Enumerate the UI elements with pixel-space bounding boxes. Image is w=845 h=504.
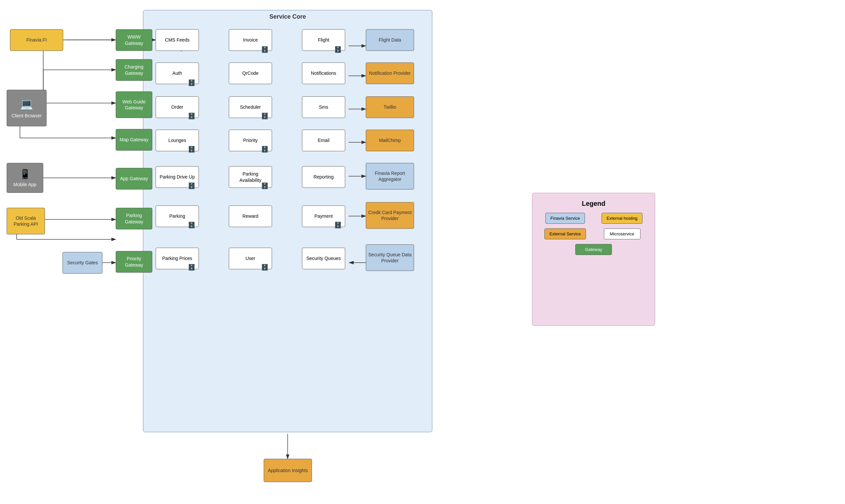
- security-gates-label: Security Gates: [67, 260, 98, 266]
- service-core-title: Service Core: [143, 13, 432, 20]
- parking-gateway-node: Parking Gateway: [116, 208, 152, 229]
- parking-gateway-label: Parking Gateway: [118, 213, 150, 224]
- flight-data-label: Flight Data: [379, 37, 401, 43]
- www-gateway-node: WWW Gateway: [116, 29, 152, 51]
- map-gateway-label: Map Gateway: [120, 137, 148, 143]
- order-label: Order: [171, 104, 183, 110]
- credit-card-payment-provider-label: Credit Card Payment Provider: [368, 210, 412, 221]
- mobile-app-label: Mobile App: [13, 182, 36, 187]
- mailchimp-node: MailChimp: [366, 130, 414, 151]
- scheduler-label: Scheduler: [240, 104, 261, 110]
- application-insights-node: Application Insights: [264, 459, 312, 482]
- parking-label: Parking: [169, 213, 185, 219]
- priority-label: Priority: [243, 137, 258, 143]
- mailchimp-label: MailChimp: [379, 137, 401, 143]
- web-guide-gateway-label: Web Guide Gateway: [118, 99, 150, 111]
- finavia-report-aggregator-node: Finavia Report Aggregator: [366, 163, 414, 190]
- email-node: Email: [302, 130, 345, 151]
- user-label: User: [246, 255, 255, 261]
- finavia-report-aggregator-label: Finavia Report Aggregator: [368, 170, 412, 182]
- parking-prices-db: 🗄️: [188, 264, 195, 271]
- reporting-node: Reporting: [302, 166, 345, 188]
- legend-external-service: External Service: [544, 228, 586, 239]
- payment-label: Payment: [314, 213, 332, 219]
- notification-provider-label: Notification Provider: [369, 70, 411, 76]
- parking-drive-up-label: Parking Drive Up: [160, 174, 195, 180]
- priority-gateway-node: Priority Gateway: [116, 251, 152, 273]
- legend-title: Legend: [539, 200, 648, 208]
- legend-gateway: Gateway: [575, 244, 612, 255]
- order-db: 🗄️: [188, 112, 195, 120]
- security-queues-label: Security Queues: [306, 255, 341, 261]
- security-queue-data-provider-node: Security Queue Data Provider: [366, 244, 414, 271]
- email-label: Email: [318, 137, 329, 143]
- flight-data-node: Flight Data: [366, 29, 414, 51]
- flight-label: Flight: [318, 37, 329, 43]
- legend-item-finavia-service: Finavia Service: [539, 213, 591, 224]
- web-guide-gateway-node: Web Guide Gateway: [116, 91, 152, 118]
- twillio-label: Twillio: [383, 104, 396, 110]
- parking-availability-label: Parking Availability: [231, 171, 270, 183]
- client-browser-node: 💻 Client Browser: [7, 90, 47, 126]
- security-gates-node: Security Gates: [62, 252, 103, 274]
- lounges-label: Lounges: [168, 137, 186, 143]
- cms-feeds-node: CMS Feeds: [156, 29, 199, 51]
- payment-db: 🗄️: [334, 221, 342, 229]
- invoice-db: 🗄️: [261, 46, 268, 53]
- parking-availability-db: 🗄️: [261, 182, 268, 190]
- flight-db: 🗄️: [334, 46, 342, 53]
- old-scala-label: Old Scala Parking API: [9, 215, 42, 227]
- qrcode-node: QrCode: [229, 62, 272, 84]
- credit-card-payment-provider-node: Credit Card Payment Provider: [366, 202, 414, 229]
- client-browser-label: Client Browser: [11, 113, 41, 118]
- legend-item-gateway: Gateway: [539, 244, 648, 255]
- reporting-label: Reporting: [313, 174, 334, 180]
- invoice-label: Invoice: [243, 37, 258, 43]
- sms-node: Sms: [302, 96, 345, 118]
- notifications-node: Notifications: [302, 62, 345, 84]
- app-gateway-node: App Gateway: [116, 168, 152, 190]
- legend-item-external-service: External Service: [539, 228, 591, 239]
- app-gateway-label: App Gateway: [120, 176, 148, 181]
- security-queue-data-provider-label: Security Queue Data Provider: [368, 252, 412, 264]
- lounges-db: 🗄️: [188, 146, 195, 153]
- legend-box: Legend Finavia Service External hosting …: [532, 193, 655, 326]
- finavia-fi-node: Finavia.FI: [10, 29, 63, 51]
- parking-prices-label: Parking Prices: [162, 255, 192, 261]
- www-gateway-label: WWW Gateway: [118, 34, 150, 46]
- parking-drive-up-db: 🗄️: [188, 182, 195, 190]
- diagram-container: Service Core: [0, 0, 845, 504]
- user-db: 🗄️: [261, 264, 268, 271]
- auth-db: 🗄️: [188, 79, 195, 87]
- qrcode-label: QrCode: [242, 70, 258, 76]
- cms-feeds-label: CMS Feeds: [165, 37, 190, 43]
- legend-item-external-hosting: External hosting: [596, 213, 648, 224]
- charging-gateway-label: Charging Gateway: [118, 64, 150, 76]
- legend-microservice: Microservice: [604, 228, 641, 239]
- sms-label: Sms: [319, 104, 328, 110]
- legend-item-microservice: Microservice: [596, 228, 648, 239]
- notification-provider-node: Notification Provider: [366, 62, 414, 84]
- legend-grid: Finavia Service External hosting Externa…: [539, 213, 648, 255]
- old-scala-node: Old Scala Parking API: [7, 208, 45, 234]
- application-insights-label: Application Insights: [268, 467, 308, 473]
- parking-db: 🗄️: [188, 221, 195, 229]
- mobile-app-node: 📱 Mobile App: [7, 163, 43, 193]
- finavia-fi-label: Finavia.FI: [26, 37, 47, 43]
- legend-external-hosting: External hosting: [601, 213, 643, 224]
- reward-node: Reward: [229, 205, 272, 227]
- priority-gateway-label: Priority Gateway: [118, 256, 150, 268]
- legend-finavia-service: Finavia Service: [545, 213, 585, 224]
- map-gateway-node: Map Gateway: [116, 129, 152, 150]
- reward-label: Reward: [242, 213, 258, 219]
- twillio-node: Twillio: [366, 96, 414, 118]
- charging-gateway-node: Charging Gateway: [116, 59, 152, 81]
- priority-db: 🗄️: [261, 146, 268, 153]
- auth-label: Auth: [173, 70, 182, 76]
- scheduler-db: 🗄️: [261, 112, 268, 120]
- security-queues-node: Security Queues: [302, 248, 345, 269]
- notifications-label: Notifications: [311, 70, 336, 76]
